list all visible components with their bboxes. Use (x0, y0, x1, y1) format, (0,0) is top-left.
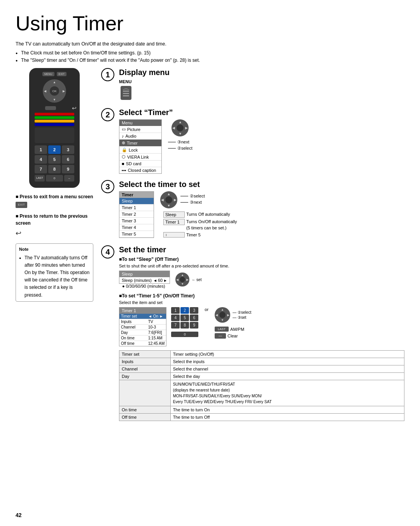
menu-lock: 🔒 Lock (119, 147, 161, 154)
num-9[interactable]: 9 (62, 165, 74, 173)
step-4-content: Set the timer ■To set “Sleep” (Off Timer… (119, 245, 404, 426)
np-8: 8 (180, 322, 189, 329)
timer15-sub: Select the item and set (119, 300, 404, 305)
nav-down-arrow: ▼ (53, 98, 56, 101)
step-2-menu: Menu ▭ Picture ♪ Audio ⊕ Timer 🔒 Lock ⬡ … (119, 119, 162, 174)
t1-row-timerset: Timer set ◄ On ► (119, 314, 166, 319)
step-3-title: Select the timer to set (119, 180, 404, 189)
step-2-content: Select “Timer” Menu ▭ Picture ♪ Audio ⊕ … (119, 108, 404, 174)
num-1[interactable]: 1 (35, 145, 47, 154)
menu-header: Menu (119, 120, 161, 126)
step-2-title: Select “Timer” (119, 108, 404, 117)
timer-desc: Sleep Turns Off automatically Timer 1 Tu… (163, 211, 237, 239)
step-4: 4 Set the timer ■To set “Sleep” (Off Tim… (101, 245, 404, 426)
menu-button[interactable]: MENU (42, 72, 54, 76)
sleep-arr-up: ▲ (181, 273, 184, 277)
table-row-day: Day Select the day (119, 373, 404, 380)
timer15-title: ■To set “Timer 1-5” (On/Off Timer) (119, 293, 404, 299)
set-label-t15: ③set (238, 315, 246, 320)
arr3-down: ▼ (167, 204, 171, 208)
step-1-content: Display menu MENU (119, 68, 404, 102)
nav-up-arrow: ▲ (53, 80, 56, 84)
timer-4: Timer 4 (119, 224, 154, 231)
table-row-channel: Channel Select the channel (119, 365, 404, 373)
table-desc-timerset: Timer setting (On/Off) (170, 351, 404, 358)
t1-row-ontime: On time 1:15 AM (119, 336, 166, 341)
step-3-content: Select the timer to set Timer Sleep Time… (119, 180, 404, 239)
sleep-ok-center (180, 277, 185, 282)
select-label: ②select (177, 146, 192, 151)
remote-control: MENU EXIT ▲ ▼ ◀ ▶ OK ↩ 1 (29, 68, 80, 188)
or-label: or (205, 307, 208, 312)
timer15-nav-btn: ▲ ▼ ▶ ◀ (215, 307, 230, 323)
sleep-arr-right: ▶ (186, 278, 189, 281)
menu-label: MENU (119, 79, 133, 84)
num-3[interactable]: 3 (62, 145, 74, 154)
note-text: The TV automatically turns Off after 90 … (19, 254, 90, 299)
menu-caption: ▪▪▪ Closed caption (119, 167, 161, 173)
exit-button-remote[interactable]: EXIT (57, 72, 67, 76)
tri-left: ◄ (153, 278, 157, 283)
bullet-1: The Clock must be set before On time/Off… (16, 49, 404, 57)
sleep-note: ● 0/30/60/90 (minutes) (122, 284, 170, 288)
select-label-3: ②select (190, 194, 205, 199)
num-6[interactable]: 6 (62, 155, 74, 164)
arrow-right-small: — (233, 310, 236, 315)
select-label-t15: ②select (238, 310, 251, 315)
menu-sdcard: ■ SD card (119, 161, 161, 167)
num-4[interactable]: 4 (35, 155, 47, 164)
note-title: Note (19, 246, 90, 253)
table-desc-inputs: Select the inputs (170, 358, 404, 365)
timer-list: Timer Sleep Timer 1 Timer 2 Timer 3 Time… (119, 191, 154, 238)
timer1-sub: (5 timers can be set.) (186, 225, 237, 231)
arrow-right-set: — (233, 315, 236, 320)
sleep-arr-down: ▼ (181, 282, 184, 286)
menu-timer: ⊕ Timer (119, 140, 161, 147)
num-0[interactable]: 0 (46, 175, 63, 182)
return-note-label: Press to return to the previous screen (16, 213, 93, 227)
sleep-section-title: ■To set “Sleep” (Off Timer) (119, 257, 404, 262)
arr3-up: ▲ (167, 192, 171, 196)
touchpad-area (35, 128, 74, 143)
np-9: 9 (190, 322, 198, 329)
ampm-label: AM/PM (230, 327, 244, 332)
number-grid: 1 2 3 4 5 6 7 8 9 (35, 145, 74, 173)
table-desc-day: Select the day (170, 373, 404, 380)
num-7[interactable]: 7 (35, 165, 47, 173)
t1-row-day: Day 7:6[FRI] (119, 330, 166, 336)
sleep-set-label: ← set (192, 278, 201, 282)
num-8[interactable]: 8 (48, 165, 61, 173)
t15-arr-up: ▲ (221, 308, 224, 311)
sleep-val: 60 (158, 278, 163, 283)
dash-button[interactable]: – (64, 175, 74, 182)
ok-button[interactable]: OK (50, 86, 59, 96)
menu-audio: ♪ Audio (119, 133, 161, 140)
timer15-section: ■To set “Timer 1-5” (On/Off Timer) Selec… (119, 293, 404, 421)
timer-3: Timer 3 (119, 218, 154, 224)
menu-picture: ▭ Picture (119, 126, 161, 133)
t1-row-inputs: Inputs TV (119, 319, 166, 325)
arr-right: ▶ (185, 126, 188, 130)
table-desc-offtime: The time to turn Off (170, 414, 404, 421)
step-2: 2 Select “Timer” Menu ▭ Picture ♪ Audio … (101, 108, 404, 174)
note-box: Note The TV automatically turns Off afte… (16, 243, 93, 302)
timer5-label: Timer 5 (186, 232, 201, 238)
num-2[interactable]: 2 (48, 145, 61, 154)
next-label: ③next (177, 140, 189, 145)
table-label-offtime: Off time (119, 414, 171, 421)
step-3-nav-btn: ▲ ▼ ▶ ◀ (160, 191, 177, 208)
nav-ring[interactable]: ▲ ▼ ◀ ▶ OK (43, 79, 66, 103)
table-row-ontime: On time The time to turn On (119, 406, 404, 414)
num-5[interactable]: 5 (48, 155, 61, 164)
last-button[interactable]: LAST (35, 175, 45, 182)
return-icon-label: ↩ (16, 228, 21, 239)
return-button-remote[interactable] (45, 106, 56, 110)
return-icon: ↩ (72, 105, 77, 111)
step-3-circle: 3 (101, 180, 114, 193)
ok-center (177, 124, 184, 131)
ok3-center (165, 196, 172, 203)
page-number: 42 (16, 512, 22, 518)
intro-text: The TV can automatically turn On/Off at … (16, 40, 404, 48)
arr3-right: ▶ (174, 198, 177, 202)
table-label-day-detail (119, 380, 171, 406)
